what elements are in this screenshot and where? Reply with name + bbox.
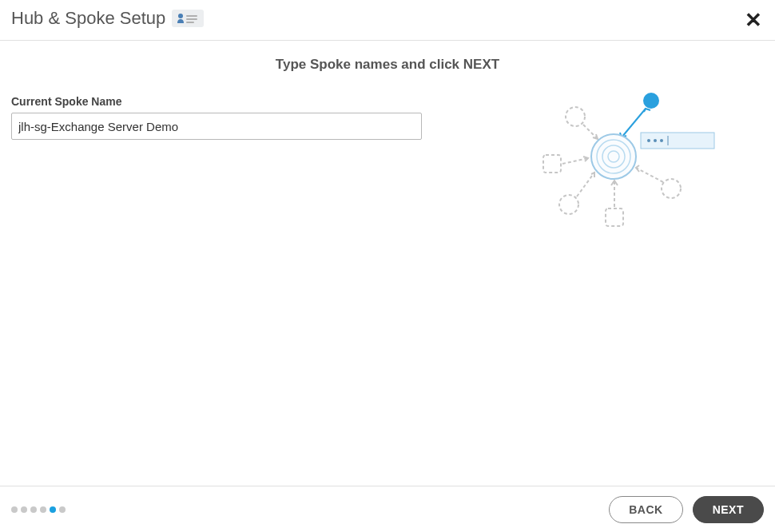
- svg-point-15: [662, 179, 681, 198]
- step-dot-6: [59, 506, 66, 513]
- svg-rect-14: [606, 208, 623, 226]
- spoke-name-input[interactable]: [11, 113, 422, 140]
- back-button[interactable]: BACK: [609, 496, 682, 523]
- close-button[interactable]: ✕: [741, 6, 765, 34]
- step-dot-3: [30, 506, 37, 513]
- hub-spoke-illustration: [535, 85, 719, 260]
- dialog-title: Hub & Spoke Setup: [11, 8, 165, 29]
- step-dot-4: [40, 506, 46, 513]
- dialog-footer: BACK NEXT: [0, 486, 775, 532]
- svg-point-13: [559, 195, 578, 214]
- svg-point-10: [654, 139, 657, 142]
- svg-rect-3: [186, 22, 194, 23]
- dialog-content: Type Spoke names and click NEXT Current …: [0, 41, 775, 482]
- form-area: Current Spoke Name: [0, 95, 435, 140]
- svg-point-5: [643, 93, 659, 109]
- step-dot-5: [50, 506, 56, 513]
- svg-point-4: [566, 107, 585, 126]
- svg-rect-8: [641, 133, 714, 149]
- svg-rect-2: [186, 18, 197, 20]
- step-indicator: [11, 506, 66, 513]
- svg-rect-1: [186, 15, 197, 17]
- svg-rect-7: [543, 155, 561, 173]
- spoke-name-label: Current Spoke Name: [11, 95, 424, 108]
- user-list-icon: [172, 10, 204, 27]
- next-button[interactable]: NEXT: [693, 496, 764, 523]
- svg-point-16: [591, 134, 636, 179]
- svg-point-9: [647, 139, 650, 142]
- step-dot-2: [21, 506, 27, 513]
- dialog-header: Hub & Spoke Setup ✕: [0, 0, 775, 41]
- svg-point-11: [660, 139, 663, 142]
- step-dot-1: [11, 506, 18, 513]
- svg-point-0: [178, 14, 183, 18]
- close-icon: ✕: [745, 8, 762, 32]
